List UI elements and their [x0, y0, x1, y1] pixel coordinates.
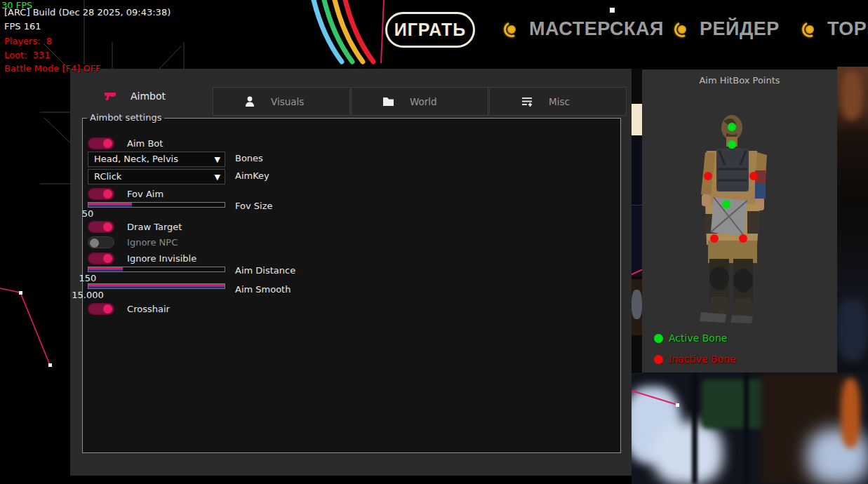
scene-bottom-right [632, 372, 868, 484]
fov-aim-toggle[interactable] [88, 188, 114, 200]
ignore-invisible-toggle[interactable] [88, 253, 114, 264]
group-title: Aimbot settings [87, 112, 164, 123]
hud-dot [610, 8, 615, 13]
crosshair-toggle[interactable] [88, 303, 114, 315]
bones-label: Bones [235, 153, 263, 163]
draw-target-row: Draw Target [88, 220, 182, 235]
hud-build-info: [ARC] Build (Dec 28 2025, 09:43:38) [4, 7, 171, 18]
aim-smooth-slider-fill [88, 284, 225, 288]
aim-hitbox-panel: Aim HitBox Points [642, 69, 837, 372]
coin-icon [802, 22, 817, 37]
nav-item-label: МАСТЕРСКАЯ [529, 18, 664, 40]
hitbox-point-left-hip [710, 234, 719, 243]
ignore-npc-toggle[interactable] [88, 236, 114, 248]
draw-target-label: Draw Target [127, 222, 182, 232]
fov-aim-label: Fov Aim [127, 189, 163, 199]
pistol-icon [104, 91, 116, 102]
nav-item-raider[interactable]: РЕЙДЕР [674, 18, 780, 40]
bones-value: Head, Neck, Pelvis [94, 154, 178, 164]
nav-item-trader[interactable]: ТОРГО [802, 18, 868, 40]
panel-title: Aim HitBox Points [642, 75, 837, 86]
hud-loot: Loot: 331 [4, 50, 50, 60]
hud-battle-mode: Battle Mode [F4] OFF [4, 63, 101, 74]
aim-bot-label: Aim Bot [127, 138, 163, 149]
crosshair-row: Crosshair [88, 302, 170, 317]
aimkey-label: AimKey [235, 170, 269, 181]
crosshair-label: Crosshair [127, 304, 170, 314]
tab-misc[interactable]: Misc [489, 87, 627, 116]
aimkey-row: RClick ▼ AimKey [88, 169, 225, 184]
nav-item-label: РЕЙДЕР [700, 18, 780, 40]
ignore-npc-label: Ignore NPC [127, 237, 178, 248]
fov-size-slider[interactable] [88, 202, 225, 208]
playlist-add-icon [521, 96, 533, 107]
aim-smooth-label: Aim Smooth [235, 284, 291, 295]
game-screen: 30 FPS [ARC] Build (Dec 28 2025, 09:43:3… [0, 0, 868, 484]
hitbox-point-right-shoulder [749, 172, 758, 180]
bones-dropdown[interactable]: Head, Neck, Pelvis ▼ [88, 152, 225, 167]
person-icon [244, 95, 255, 107]
tab-label: Visuals [271, 96, 304, 107]
ignore-invisible-row: Ignore Invisible [88, 251, 196, 267]
legend-label: Active Bone [669, 332, 727, 344]
tab-visuals[interactable]: Visuals [213, 87, 350, 116]
inactive-bone-dot-icon [654, 355, 663, 364]
chevron-down-icon: ▼ [215, 170, 220, 184]
aim-distance-label: Aim Distance [235, 265, 295, 276]
nav-item-label: ТОРГО [827, 18, 868, 40]
aim-distance-slider[interactable] [88, 267, 225, 272]
aimkey-dropdown[interactable]: RClick ▼ [88, 169, 225, 184]
fov-size-label: Fov Size [235, 201, 272, 211]
legend-active-bone: Active Bone [654, 332, 727, 344]
aim-bot-row: Aim Bot [88, 136, 163, 152]
tab-world[interactable]: World [351, 87, 488, 116]
tab-label: World [410, 96, 437, 107]
hitbox-point-neck [728, 140, 736, 149]
draw-target-toggle[interactable] [88, 221, 114, 233]
ignore-invisible-label: Ignore Invisible [127, 253, 196, 264]
hitbox-point-left-shoulder [704, 172, 712, 180]
aimbot-settings-group: Aimbot settings Aim Bot Head, Neck, Pelv… [82, 118, 621, 453]
hud-players: Players: 8 [4, 36, 52, 46]
cheat-menu-window: Aimbot Visuals World Misc [70, 69, 632, 476]
chevron-down-icon: ▼ [215, 153, 220, 167]
scene-right-strip [837, 67, 868, 372]
aim-distance-slider-fill [88, 267, 123, 271]
ignore-npc-row: Ignore NPC [88, 235, 178, 250]
active-bone-dot-icon [654, 334, 663, 343]
play-button[interactable]: ИГРАТЬ [385, 12, 475, 48]
hud-fps: FPS 161 [4, 21, 41, 32]
hitbox-point-right-hip [739, 234, 747, 243]
play-button-label: ИГРАТЬ [394, 20, 467, 40]
hitbox-point-head [728, 123, 736, 131]
tab-aimbot[interactable]: Aimbot [104, 90, 166, 102]
legend-label: Inactive Bone [669, 354, 736, 365]
tab-label: Misc [549, 96, 570, 107]
legend-inactive-bone: Inactive Bone [654, 354, 736, 365]
bones-row: Head, Neck, Pelvis ▼ Bones [88, 152, 225, 167]
fov-aim-row: Fov Aim [88, 187, 163, 202]
aim-smooth-value: 15.000 [67, 290, 109, 300]
tab-label: Aimbot [131, 90, 166, 102]
folder-icon [382, 96, 394, 107]
coin-icon [504, 22, 519, 37]
hitbox-point-pelvis [722, 200, 730, 208]
nav-item-workshop[interactable]: МАСТЕРСКАЯ [504, 18, 664, 40]
fov-size-value: 50 [67, 208, 109, 219]
aim-bot-toggle[interactable] [88, 137, 114, 149]
fov-size-slider-fill [88, 203, 132, 207]
aim-distance-value: 150 [67, 273, 109, 283]
aim-smooth-slider[interactable] [88, 283, 225, 289]
coin-icon [674, 22, 690, 37]
aimkey-value: RClick [94, 171, 121, 182]
